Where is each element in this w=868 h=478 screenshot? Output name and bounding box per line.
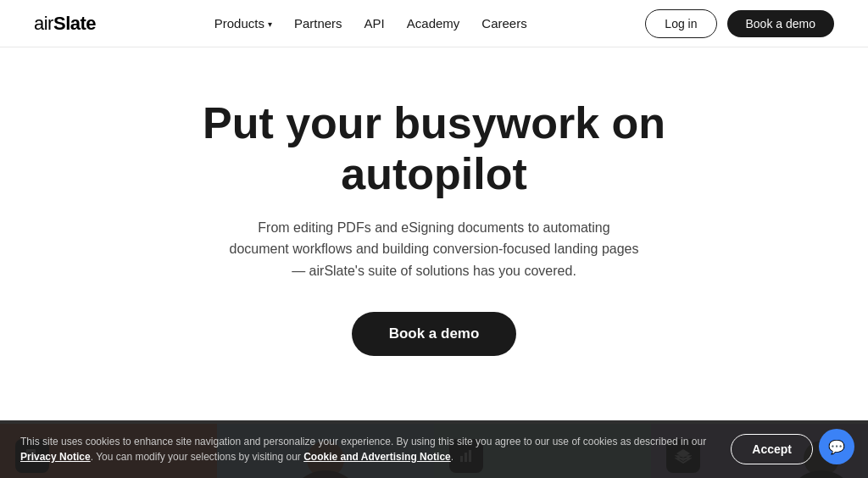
logo-air: air xyxy=(34,13,53,34)
cookie-banner: This site uses cookies to enhance site n… xyxy=(0,420,868,478)
chat-icon: 💬 xyxy=(828,439,845,455)
nav-links: Products ▾ Partners API Academy Careers xyxy=(214,16,527,31)
cookie-advertising-link[interactable]: Cookie and Advertising Notice xyxy=(303,451,451,463)
logo[interactable]: airSlate xyxy=(34,13,96,35)
nav-careers[interactable]: Careers xyxy=(481,16,526,31)
privacy-notice-link[interactable]: Privacy Notice xyxy=(20,451,91,463)
chat-bubble[interactable]: 💬 xyxy=(819,429,854,464)
nav-academy[interactable]: Academy xyxy=(407,16,460,31)
nav-products[interactable]: Products ▾ xyxy=(214,16,272,31)
hero-title: Put your busywork on autopilot xyxy=(163,98,705,200)
nav-actions: Log in Book a demo xyxy=(645,9,834,38)
book-demo-nav-button[interactable]: Book a demo xyxy=(727,10,835,37)
cookie-text: This site uses cookies to enhance site n… xyxy=(20,434,714,464)
nav-api[interactable]: API xyxy=(364,16,385,31)
book-demo-hero-button[interactable]: Book a demo xyxy=(352,312,517,356)
login-button[interactable]: Log in xyxy=(645,9,716,38)
nav-partners[interactable]: Partners xyxy=(294,16,342,31)
logo-slate: Slate xyxy=(53,13,96,34)
hero-section: Put your busywork on autopilot From edit… xyxy=(0,47,868,424)
navbar: airSlate Products ▾ Partners API Academy… xyxy=(0,0,868,47)
chevron-down-icon: ▾ xyxy=(268,19,272,29)
hero-subtitle: From editing PDFs and eSigning documents… xyxy=(226,217,642,282)
accept-cookies-button[interactable]: Accept xyxy=(731,434,813,464)
